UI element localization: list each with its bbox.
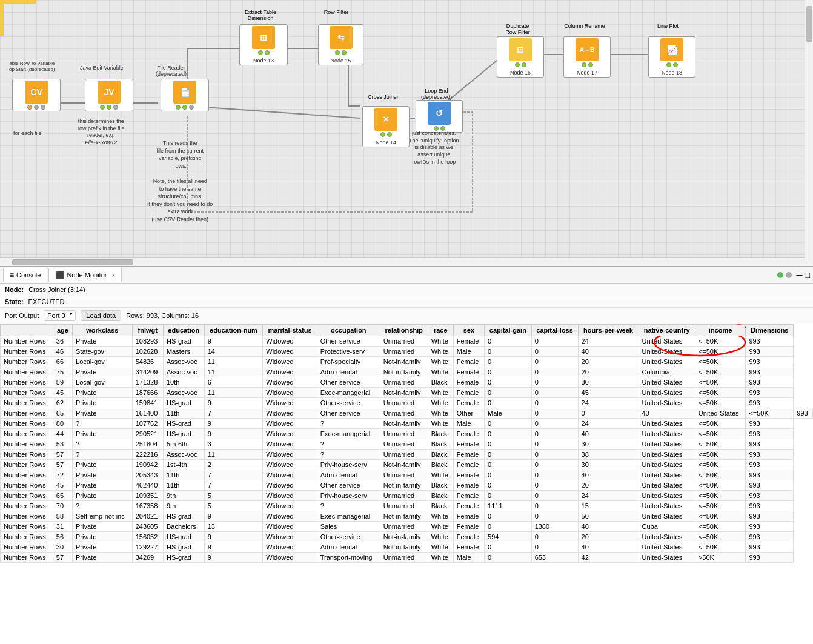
data-cell: 0 — [485, 429, 532, 439]
canvas-scrollbar-v[interactable] — [805, 0, 813, 266]
row-id-cell: Number Rows — [1, 460, 53, 470]
data-cell: 40 — [639, 408, 695, 419]
data-cell: White — [428, 511, 453, 522]
data-cell: 0 — [531, 491, 578, 501]
data-cell: Not-in-family — [380, 357, 428, 367]
data-cell: ? — [73, 501, 133, 511]
label-java-edit: Java Edit Variable — [79, 64, 125, 72]
annotation-java-edit: this determines therow prefix in the fil… — [78, 118, 125, 147]
maximize-icon[interactable]: □ — [805, 270, 810, 280]
node-extract-table[interactable]: ⊞ Node 13 — [239, 24, 288, 65]
table-row: Number Rows75Private314209Assoc-voc11Wid… — [1, 367, 813, 377]
col-header-capital-loss: capital-loss — [531, 325, 578, 336]
load-data-button[interactable]: Load data — [81, 310, 121, 321]
node-cross-joiner[interactable]: ✕ Node 14 — [362, 106, 410, 147]
canvas-scrollbar-h[interactable] — [0, 257, 813, 266]
data-cell: Private — [73, 480, 133, 491]
data-cell: United-States — [639, 377, 695, 388]
data-cell: 204021 — [132, 511, 163, 522]
data-cell: 0 — [531, 439, 578, 450]
data-cell: HS-grad — [163, 553, 204, 563]
port-output-label: Port Output — [5, 312, 39, 319]
node-java-edit[interactable]: JV — [85, 79, 133, 111]
data-cell: 30 — [578, 439, 639, 450]
data-cell: Black — [428, 450, 453, 460]
col-header-fnlwgt: fnlwgt — [132, 325, 163, 336]
data-cell: 9 — [204, 429, 263, 439]
data-cell: Exec-managerial — [317, 429, 380, 439]
data-cell: <=50K — [695, 511, 746, 522]
data-cell: Not-in-family — [380, 511, 428, 522]
data-cell: Widowed — [263, 542, 317, 553]
state-value: EXECUTED — [28, 298, 65, 305]
data-cell: Female — [453, 491, 484, 501]
canvas-scrollbar-v-thumb[interactable] — [806, 6, 812, 42]
tab-node-monitor[interactable]: ⬛ Node Monitor × — [48, 268, 122, 282]
data-cell: 80 — [53, 419, 72, 429]
data-cell: Private — [73, 408, 133, 419]
data-cell: Female — [453, 470, 484, 480]
node-var-loop-start[interactable]: CV — [12, 79, 61, 111]
data-cell: 11 — [204, 357, 263, 367]
node-dots-dup-row — [497, 62, 543, 67]
data-cell: 50 — [578, 511, 639, 522]
table-row: Number Rows65Private1093519th5WidowedPri… — [1, 491, 813, 501]
data-cell: 993 — [746, 532, 794, 542]
node-line-plot[interactable]: 📈 Node 18 — [648, 36, 695, 78]
data-cell: Private — [73, 336, 133, 347]
data-cell: Widowed — [263, 522, 317, 532]
node-row-filter[interactable]: ⇆ Node 15 — [318, 24, 363, 65]
data-cell: ? — [73, 419, 133, 429]
table-row: Number Rows57?222216Assoc-voc11Widowed?U… — [1, 450, 813, 460]
data-cell: 0 — [531, 511, 578, 522]
data-cell: 993 — [746, 439, 794, 450]
data-table-container[interactable]: age workclass fnlwgt education education… — [0, 324, 813, 644]
canvas-scrollbar-thumb[interactable] — [12, 259, 133, 265]
data-cell: 24 — [578, 491, 639, 501]
data-cell: Not-in-family — [380, 480, 428, 491]
data-cell: Priv-house-serv — [317, 460, 380, 470]
data-cell: 30 — [53, 542, 72, 553]
data-cell: Widowed — [263, 450, 317, 460]
data-cell: 34269 — [132, 553, 163, 563]
minimize-icon[interactable]: ─ — [797, 270, 803, 280]
tab-close-icon[interactable]: × — [111, 272, 115, 279]
data-cell: Male — [453, 553, 484, 563]
data-cell: <=50K — [695, 336, 746, 347]
data-cell: Transport-moving — [317, 553, 380, 563]
data-cell: <=50K — [695, 347, 746, 357]
data-cell: Female — [453, 429, 484, 439]
table-header-row: age workclass fnlwgt education education… — [1, 325, 813, 336]
node-dup-row-filter[interactable]: ⊡ Node 16 — [497, 36, 544, 78]
data-cell: Assoc-voc — [163, 357, 204, 367]
data-cell: 0 — [531, 347, 578, 357]
port-select[interactable]: Port 0 — [44, 310, 76, 321]
data-cell: Masters — [163, 347, 204, 357]
data-cell: White — [428, 470, 453, 480]
data-cell: United-States — [639, 347, 695, 357]
data-cell: 1st-4th — [163, 460, 204, 470]
data-cell: <=50K — [695, 532, 746, 542]
data-cell: 0 — [531, 388, 578, 398]
row-id-cell: Number Rows — [1, 419, 53, 429]
col-header-race: race — [428, 325, 453, 336]
node-col-rename[interactable]: A→B Node 17 — [563, 36, 611, 78]
data-cell: 594 — [485, 532, 532, 542]
data-cell: 0 — [485, 491, 532, 501]
label-dup-row-sub: Node 16 — [497, 68, 543, 77]
data-cell: 75 — [53, 367, 72, 377]
data-cell: Female — [453, 511, 484, 522]
data-cell: Other-service — [317, 377, 380, 388]
data-cell: 6 — [204, 377, 263, 388]
data-cell: <=50K — [695, 377, 746, 388]
data-cell: Unmarried — [380, 429, 428, 439]
col-header-sex: sex — [453, 325, 484, 336]
table-row: Number Rows31Private243605Bachelors13Wid… — [1, 522, 813, 532]
node-loop-end[interactable]: ↺ — [416, 100, 463, 133]
monitor-icon: ⬛ — [55, 271, 64, 279]
tab-console[interactable]: ≡ Console — [3, 268, 47, 282]
data-cell: Other-service — [317, 398, 380, 408]
data-cell: Not-in-family — [380, 419, 428, 429]
state-label: State: — [5, 298, 24, 305]
node-file-reader[interactable]: 📄 — [161, 79, 209, 111]
